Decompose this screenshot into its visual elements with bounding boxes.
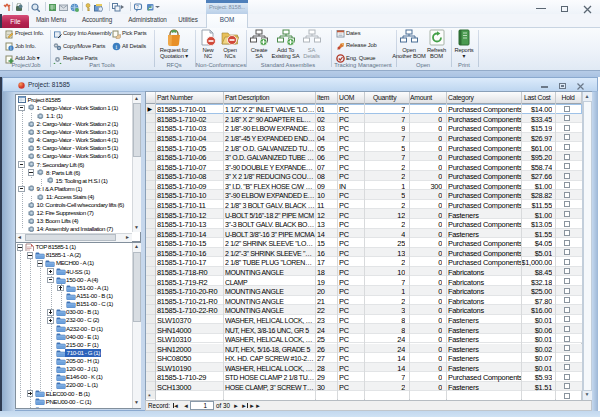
svg-text:?: ? — [136, 3, 139, 9]
svg-text:i: i — [10, 46, 11, 51]
